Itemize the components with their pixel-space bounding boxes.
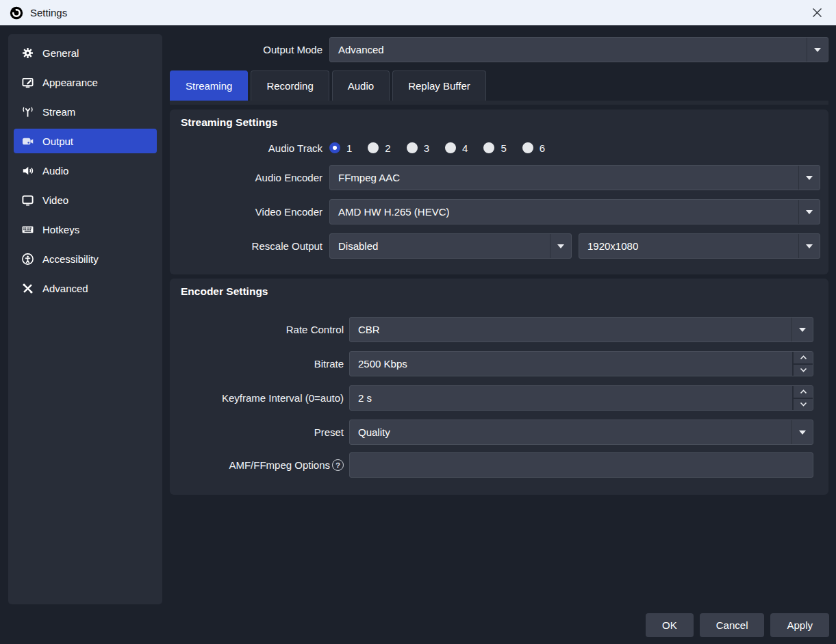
ok-button[interactable]: OK — [646, 613, 694, 637]
rate-control-label: Rate Control — [170, 324, 344, 335]
preset-row: Preset Quality — [170, 420, 828, 445]
audio-encoder-label: Audio Encoder — [170, 172, 322, 183]
encoder-settings-panel: Encoder Settings Rate Control CBR Bitrat… — [170, 279, 828, 495]
video-encoder-row: Video Encoder AMD HW H.265 (HEVC) — [170, 199, 828, 224]
sidebar-item-label: Stream — [42, 106, 75, 118]
audio-encoder-select[interactable]: FFmpeg AAC — [329, 165, 820, 190]
audio-track-radio-6[interactable]: 6 — [522, 142, 545, 154]
sidebar-item-output[interactable]: Output — [14, 129, 157, 153]
sidebar-item-label: General — [42, 47, 79, 59]
video-encoder-value: AMD HW H.265 (HEVC) — [338, 206, 450, 218]
chevron-down-icon — [798, 234, 820, 258]
sidebar-item-advanced[interactable]: Advanced — [14, 276, 157, 300]
gear-icon — [21, 47, 34, 60]
tabstrip-base — [170, 101, 828, 105]
sidebar-item-label: Advanced — [42, 283, 88, 294]
sidebar-item-label: Accessibility — [42, 253, 99, 265]
stream-icon — [21, 105, 34, 118]
keyframe-spin-buttons — [792, 386, 813, 410]
tab-streaming[interactable]: Streaming — [170, 70, 248, 101]
audio-track-radio-5[interactable]: 5 — [483, 142, 506, 154]
monitor-icon — [21, 194, 34, 207]
sidebar-item-label: Appearance — [42, 77, 98, 88]
close-icon — [811, 7, 823, 18]
settings-sidebar: General Appearance Stream Output — [8, 34, 162, 604]
output-tabs: Streaming Recording Audio Replay Buffer — [170, 70, 486, 101]
apply-button[interactable]: Apply — [770, 613, 829, 637]
output-mode-label: Output Mode — [170, 44, 322, 55]
audio-track-label: Audio Track — [170, 142, 322, 154]
preset-select[interactable]: Quality — [349, 420, 813, 445]
amf-options-input[interactable] — [349, 452, 813, 478]
sidebar-item-label: Output — [42, 136, 73, 147]
tab-recording[interactable]: Recording — [251, 70, 329, 101]
cancel-button[interactable]: Cancel — [700, 613, 765, 637]
audio-track-radio-4[interactable]: 4 — [445, 142, 468, 154]
rescale-resolution-value: 1920x1080 — [587, 240, 638, 252]
keyframe-interval-spinbox[interactable]: 2 s — [349, 385, 813, 411]
keyframe-interval-row: Keyframe Interval (0=auto) 2 s — [170, 385, 828, 411]
radio-icon — [407, 142, 418, 153]
window-title: Settings — [30, 7, 67, 18]
bitrate-value: 2500 Kbps — [350, 352, 792, 376]
rescale-resolution-select[interactable]: 1920x1080 — [579, 233, 820, 259]
sidebar-item-label: Audio — [42, 165, 68, 177]
accessibility-icon — [21, 253, 34, 266]
bitrate-spin-buttons — [792, 352, 813, 376]
radio-checked-icon — [329, 142, 340, 153]
sidebar-item-accessibility[interactable]: Accessibility — [14, 246, 157, 271]
audio-track-radio-1[interactable]: 1 — [329, 142, 352, 154]
radio-icon — [522, 142, 533, 153]
rate-control-row: Rate Control CBR — [170, 317, 828, 342]
sidebar-item-appearance[interactable]: Appearance — [14, 70, 157, 94]
sidebar-item-stream[interactable]: Stream — [14, 99, 157, 124]
encoder-settings-heading: Encoder Settings — [181, 285, 268, 298]
chevron-down-icon — [791, 420, 813, 444]
rate-control-value: CBR — [358, 324, 380, 335]
chevron-down-icon — [550, 234, 571, 258]
amf-options-row: AMF/FFmpeg Options ? — [170, 452, 828, 478]
audio-track-radio-3[interactable]: 3 — [407, 142, 429, 154]
chevron-down-icon — [800, 368, 807, 372]
audio-track-radio-2[interactable]: 2 — [368, 142, 390, 154]
chevron-down-icon — [791, 318, 813, 342]
output-mode-value: Advanced — [338, 44, 384, 55]
streaming-settings-panel: Streaming Settings Audio Track 1 2 3 4 5… — [170, 110, 828, 274]
audio-track-row: Audio Track 1 2 3 4 5 6 — [170, 140, 828, 155]
amf-options-label-wrap: AMF/FFmpeg Options ? — [170, 459, 344, 471]
chevron-up-icon — [800, 389, 807, 394]
streaming-settings-heading: Streaming Settings — [181, 116, 277, 129]
rate-control-select[interactable]: CBR — [349, 317, 813, 342]
rescale-output-value: Disabled — [338, 240, 378, 252]
video-encoder-select[interactable]: AMD HW H.265 (HEVC) — [329, 199, 820, 224]
spin-up-button[interactable] — [794, 386, 813, 399]
bitrate-row: Bitrate 2500 Kbps — [170, 351, 828, 376]
rescale-output-select[interactable]: Disabled — [329, 233, 572, 259]
spin-down-button[interactable] — [794, 399, 813, 411]
sidebar-item-video[interactable]: Video — [14, 188, 157, 212]
preset-value: Quality — [358, 426, 390, 438]
sidebar-item-hotkeys[interactable]: Hotkeys — [14, 217, 157, 242]
audio-encoder-row: Audio Encoder FFmpeg AAC — [170, 165, 828, 190]
tab-audio[interactable]: Audio — [332, 70, 390, 101]
video-encoder-label: Video Encoder — [170, 206, 322, 218]
sidebar-item-label: Video — [42, 194, 68, 206]
chevron-down-icon — [798, 166, 820, 190]
sidebar-item-general[interactable]: General — [14, 40, 157, 65]
audio-encoder-value: FFmpeg AAC — [338, 172, 400, 183]
output-mode-row: Output Mode Advanced — [170, 37, 828, 62]
appearance-icon — [21, 76, 34, 89]
tab-replay-buffer[interactable]: Replay Buffer — [392, 70, 486, 101]
close-button[interactable] — [807, 3, 826, 23]
output-mode-select[interactable]: Advanced — [329, 37, 828, 62]
chevron-down-icon — [798, 200, 820, 224]
help-icon[interactable]: ? — [332, 459, 344, 471]
obs-logo-icon — [10, 6, 23, 20]
chevron-down-icon — [800, 402, 807, 407]
bitrate-spinbox[interactable]: 2500 Kbps — [349, 351, 813, 376]
sidebar-item-audio[interactable]: Audio — [14, 158, 157, 183]
speaker-icon — [21, 164, 34, 177]
spin-up-button[interactable] — [794, 352, 813, 365]
radio-icon — [368, 142, 379, 153]
spin-down-button[interactable] — [794, 365, 813, 376]
